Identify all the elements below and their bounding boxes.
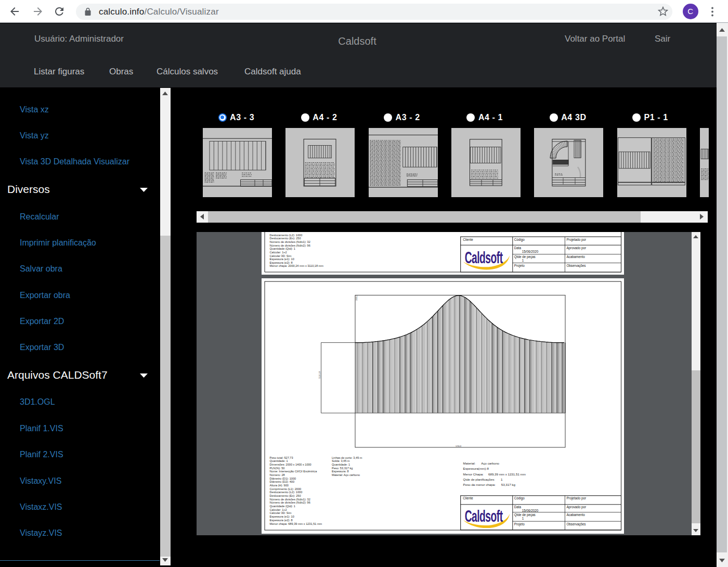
svg-text:Deslocamento (Ex): 250: Deslocamento (Ex): 250 <box>269 494 301 497</box>
svg-text:53,317 kg: 53,317 kg <box>501 483 516 486</box>
svg-text:2000,2: 2000,2 <box>355 295 357 301</box>
svg-text:Quantidade: 1: Quantidade: 1 <box>332 463 350 466</box>
svg-text:Número de divisões (Ndiv1): 32: Número de divisões (Ndiv1): 32 <box>269 498 310 501</box>
svg-text:Número de divisões (Ndiv2): 96: Número de divisões (Ndiv2): 96 <box>269 501 310 504</box>
svg-text:Projetado por: Projetado por <box>566 496 586 500</box>
svg-text:Qtde de planificações:: Qtde de planificações: <box>463 478 496 481</box>
svg-text:Espessura: 8: Espessura: 8 <box>332 470 349 473</box>
svg-text:1: 1 <box>522 259 524 262</box>
svg-text:Qtde de peças: Qtde de peças <box>514 255 536 260</box>
svg-text:Menor chapa: 2000,24 mm x 3110: Menor chapa: 2000,24 mm x 3110,18 mm <box>269 265 323 268</box>
svg-text:Material:: Material: <box>463 461 476 465</box>
svg-text:Linhas de corte: 3,45 m: Linhas de corte: 3,45 m <box>332 456 362 459</box>
svg-text:Cliente: Cliente <box>463 238 473 241</box>
svg-text:Espessura(mm):: Espessura(mm): <box>463 467 487 470</box>
svg-text:Espessura (e2): 8: Espessura (e2): 8 <box>269 261 292 264</box>
svg-text:Peso total: 527,73: Peso total: 527,73 <box>269 456 293 459</box>
svg-text:Calcular: 1+2: Calcular: 1+2 <box>269 508 287 511</box>
svg-text:Aprovado por: Aprovado por <box>566 505 586 509</box>
svg-text:Dimensões: 2000 x 1400 x 1000: Dimensões: 2000 x 1400 x 1000 <box>269 463 311 466</box>
svg-text:15/06/2020: 15/06/2020 <box>522 250 539 253</box>
svg-text:PLN(%): 50: PLN(%): 50 <box>269 467 284 470</box>
svg-text:Espessura (e1): 10: Espessura (e1): 10 <box>269 257 294 261</box>
svg-text:Número de divisões (Ndiv2): 96: Número de divisões (Ndiv2): 96 <box>269 244 310 247</box>
svg-text:Aço carbono: Aço carbono <box>481 461 499 465</box>
svg-text:Quantidade (Qtd): 1: Quantidade (Qtd): 1 <box>269 505 295 508</box>
svg-text:Acabamento: Acabamento <box>566 255 585 259</box>
svg-text:3110,18: 3110,18 <box>318 371 321 379</box>
svg-text:1230,8: 1230,8 <box>456 445 461 447</box>
svg-text:Solda: 3,45 m: Solda: 3,45 m <box>332 459 350 462</box>
svg-text:Data: Data <box>514 246 522 250</box>
svg-text:Altura (H): 900: Altura (H): 900 <box>269 484 288 487</box>
svg-text:Projetado por: Projetado por <box>566 238 586 242</box>
svg-text:Cliente: Cliente <box>463 496 473 500</box>
svg-text:Calcular: 1+2: Calcular: 1+2 <box>269 251 287 254</box>
svg-text:Menor Chapa:: Menor Chapa: <box>463 472 484 476</box>
svg-text:15/06/2020: 15/06/2020 <box>522 509 539 512</box>
svg-text:Deslocamento (L2): 1000: Deslocamento (L2): 1000 <box>269 491 302 494</box>
svg-text:689,39 mm x 1231,51 mm: 689,39 mm x 1231,51 mm <box>488 472 526 476</box>
svg-text:Aprovado por: Aprovado por <box>566 246 586 250</box>
svg-text:Caldsoft: Caldsoft <box>465 249 503 267</box>
svg-text:Quantidade: 1: Quantidade: 1 <box>269 459 288 462</box>
svg-text:Peso: 53,317 kg: Peso: 53,317 kg <box>332 467 353 470</box>
svg-text:Projeto: Projeto <box>514 522 525 526</box>
svg-text:Qtde de peças: Qtde de peças <box>514 513 536 517</box>
svg-text:8: 8 <box>487 467 489 470</box>
svg-text:Peso da menor chapa:: Peso da menor chapa: <box>463 483 496 486</box>
svg-text:Menor chapa: 689,39 mm x 1231,: Menor chapa: 689,39 mm x 1231,51 mm <box>269 522 322 525</box>
svg-text:Comprimento (L1): 2000: Comprimento (L1): 2000 <box>269 487 301 491</box>
svg-text:Observações: Observações <box>566 264 586 268</box>
svg-text:Calcular 3D: Sim: Calcular 3D: Sim <box>269 254 291 257</box>
svg-text:Diâmetro (D2): 400: Diâmetro (D2): 400 <box>269 480 294 483</box>
svg-text:Material: Aço carbono: Material: Aço carbono <box>332 473 360 476</box>
svg-text:Código: Código <box>514 238 525 242</box>
svg-text:Projeto: Projeto <box>514 264 525 268</box>
svg-text:Espessura (e2): 8: Espessura (e2): 8 <box>269 519 292 522</box>
svg-text:Diâmetro (D1): 1000: Diâmetro (D1): 1000 <box>269 477 296 480</box>
svg-text:Nome: Intersecção Cil/Cil Excê: Nome: Intersecção Cil/Cil Excêntrica <box>269 470 317 473</box>
svg-text:Acabamento: Acabamento <box>566 513 585 517</box>
svg-text:Calcular 3D: Sim: Calcular 3D: Sim <box>269 511 291 514</box>
svg-text:1: 1 <box>501 478 503 481</box>
svg-text:Caldsoft: Caldsoft <box>465 507 503 525</box>
svg-text:Número de divisões (Ndiv1): 32: Número de divisões (Ndiv1): 32 <box>269 240 310 243</box>
svg-text:Deslocamento (Ex): 250: Deslocamento (Ex): 250 <box>269 237 301 240</box>
svg-text:Data: Data <box>514 505 522 509</box>
svg-text:Deslocamento (L2): 1000: Deslocamento (L2): 1000 <box>269 234 302 237</box>
svg-text:Espessura (e1): 10: Espessura (e1): 10 <box>269 515 294 518</box>
svg-text:Número: 28: Número: 28 <box>269 473 284 476</box>
svg-text:1: 1 <box>522 517 524 520</box>
svg-text:Código: Código <box>514 496 525 500</box>
svg-text:Quantidade (Qtd): 1: Quantidade (Qtd): 1 <box>269 248 295 251</box>
svg-text:Observações: Observações <box>566 522 586 526</box>
